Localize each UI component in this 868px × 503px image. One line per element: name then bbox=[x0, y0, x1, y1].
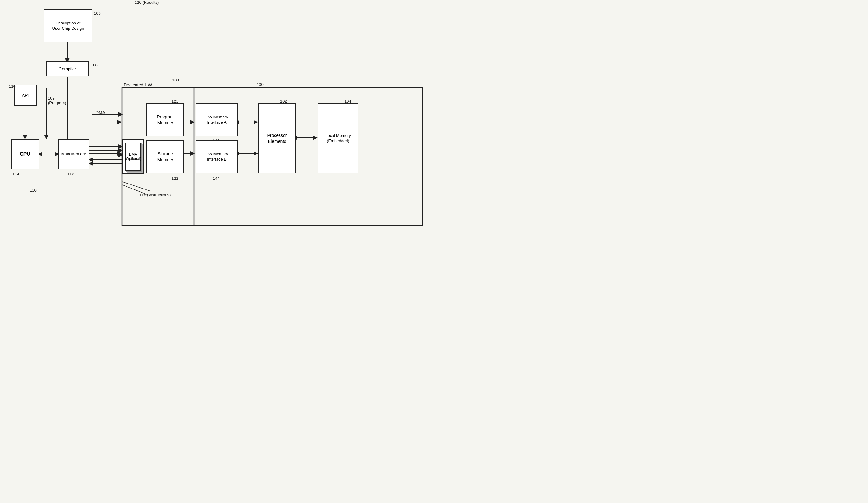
storage-memory-label: Storage Memory bbox=[157, 151, 173, 162]
main-memory-box: Main Memory bbox=[58, 139, 89, 169]
ref102-label: 102 bbox=[280, 99, 287, 104]
compiler-box: Compiler bbox=[46, 61, 89, 77]
svg-marker-33 bbox=[190, 151, 195, 156]
compiler-label: Compiler bbox=[59, 66, 76, 72]
ref106-label: 106 bbox=[94, 11, 101, 16]
ref144-label: 144 bbox=[213, 176, 220, 181]
ref130-label: 130 bbox=[172, 78, 179, 82]
processor-elements-box: Processor Elements bbox=[258, 103, 296, 173]
svg-marker-6 bbox=[117, 120, 122, 124]
svg-marker-36 bbox=[254, 120, 258, 124]
cpu-box: CPU bbox=[11, 139, 39, 169]
local-memory-box: Local Memory (Embedded) bbox=[318, 103, 359, 173]
ref118-label: 118 (Instructions) bbox=[139, 193, 170, 197]
svg-marker-13 bbox=[23, 135, 27, 139]
api-box: API bbox=[14, 84, 37, 106]
storage-memory-box: Storage Memory bbox=[146, 140, 184, 173]
dedicated-hw-label: Dedicated HW bbox=[124, 82, 152, 87]
diagram: Description of User Chip Design 106 Comp… bbox=[0, 0, 434, 252]
main-memory-label: Main Memory bbox=[61, 152, 86, 157]
svg-marker-42 bbox=[313, 135, 318, 140]
ref100-label: 100 bbox=[257, 82, 264, 87]
dma-optional-label: DMA (Optional) bbox=[125, 152, 142, 161]
hw-memory-b-label: HW Memory Interface B bbox=[205, 152, 228, 162]
hw-memory-b-box: HW Memory Interface B bbox=[196, 140, 238, 173]
ref122-label: 122 bbox=[172, 176, 178, 181]
svg-marker-18 bbox=[44, 135, 49, 139]
description-label: Description of User Chip Design bbox=[52, 21, 84, 31]
hw-memory-a-box: HW Memory Interface A bbox=[196, 103, 238, 136]
hw-memory-a-label: HW Memory Interface A bbox=[205, 114, 228, 125]
ref109-label: 109 (Program) bbox=[48, 96, 66, 105]
svg-marker-11 bbox=[118, 112, 123, 117]
svg-marker-30 bbox=[190, 120, 195, 124]
processor-elements-label: Processor Elements bbox=[267, 132, 287, 144]
cpu-label: CPU bbox=[20, 151, 30, 158]
dma-optional-box: DMA (Optional) bbox=[122, 139, 144, 174]
svg-line-44 bbox=[122, 182, 150, 191]
dma-label: DMA bbox=[95, 110, 105, 115]
ref110-label: 110 bbox=[30, 188, 37, 193]
ref120-label: 120 (Results) bbox=[135, 0, 159, 5]
ref116-label: 116 bbox=[9, 84, 16, 89]
program-memory-label: Program Memory bbox=[157, 114, 174, 125]
ref121-label: 121 bbox=[172, 99, 178, 104]
ref114-label: 114 bbox=[12, 172, 19, 176]
ref112-label: 112 bbox=[67, 172, 74, 176]
api-label: API bbox=[22, 92, 29, 98]
svg-marker-39 bbox=[254, 151, 258, 156]
program-memory-box: Program Memory bbox=[146, 103, 184, 136]
local-memory-label: Local Memory (Embedded) bbox=[325, 133, 351, 144]
ref104-label: 104 bbox=[344, 99, 351, 104]
svg-marker-9 bbox=[117, 151, 122, 156]
ref108-label: 108 bbox=[91, 63, 98, 67]
description-box: Description of User Chip Design bbox=[44, 9, 92, 42]
